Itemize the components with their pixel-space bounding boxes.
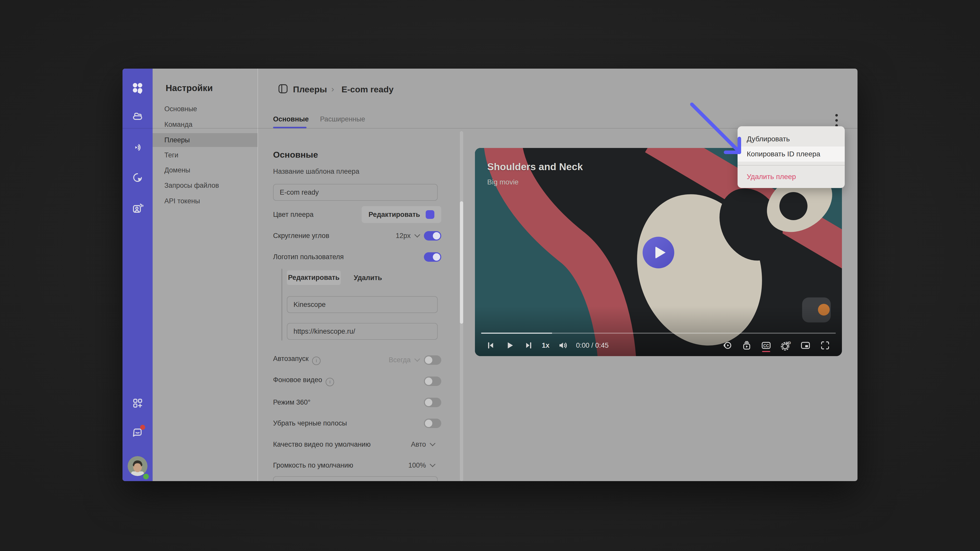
default-quality-row: Качество видео по умолчанию Авто — [273, 436, 441, 453]
annotation-arrow — [687, 99, 745, 158]
previous-icon[interactable] — [485, 340, 496, 351]
corner-radius-value[interactable]: 12px — [396, 232, 410, 240]
mode-360-toggle[interactable] — [424, 398, 441, 407]
autoplay-row: Автозапускi Всегда — [273, 351, 441, 368]
mode-360-label: Режим 360° — [273, 399, 310, 407]
logo-name-value: Kinescope — [293, 301, 326, 309]
video-subtitle: Big movie — [487, 178, 519, 186]
default-volume-label: Громкость по умолчанию — [273, 462, 353, 469]
player-name-label: Название шаблона плеера — [273, 168, 360, 176]
user-logo-toggle[interactable] — [424, 252, 441, 262]
settings-hd-icon[interactable]: HD — [780, 340, 791, 351]
color-swatch[interactable] — [426, 210, 434, 219]
default-volume-row: Громкость по умолчанию 100% — [273, 457, 441, 474]
volume-icon[interactable] — [557, 340, 568, 351]
sidebar-item-label: Команда — [164, 121, 192, 129]
info-icon[interactable]: i — [326, 378, 334, 386]
sidebar-item-label: Основные — [164, 105, 197, 113]
tab-basic[interactable]: Основные — [273, 115, 309, 123]
logo-url-value: https://kinescope.ru/ — [293, 327, 355, 335]
remove-logo-button[interactable]: Удалить — [354, 274, 382, 282]
remove-black-bars-label: Убрать черные полосы — [273, 419, 347, 427]
seek-bar[interactable] — [481, 333, 836, 333]
sidebar-item-label: Плееры — [164, 136, 190, 144]
logo-group-indent-line — [282, 268, 282, 341]
sidebar-item-file-requests[interactable]: Запросы файлов — [153, 179, 258, 192]
chevron-down-icon[interactable] — [430, 462, 436, 467]
fullscreen-icon[interactable] — [819, 340, 831, 351]
player-name-input[interactable]: E-com ready — [273, 184, 438, 201]
panel-toggle-icon[interactable] — [278, 84, 288, 94]
analytics-icon[interactable] — [131, 171, 144, 184]
default-quality-value[interactable]: Авто — [411, 441, 426, 448]
settings-sidebar: Настройки Основные Команда Плееры Теги Д… — [153, 68, 258, 481]
autoplay-value[interactable]: Всегда — [389, 356, 410, 364]
sidebar-item-label: Теги — [164, 151, 178, 159]
chat-icon[interactable] — [131, 426, 144, 438]
info-icon[interactable]: i — [312, 357, 321, 365]
sidebar-item-domains[interactable]: Домены — [153, 163, 258, 177]
sidebar-item-general[interactable]: Основные — [153, 102, 258, 116]
sidebar-item-label: API токены — [164, 197, 200, 205]
corner-radius-toggle[interactable] — [424, 231, 441, 241]
svg-text:CC: CC — [763, 344, 769, 348]
queue-icon[interactable] — [741, 340, 752, 351]
breadcrumb-section[interactable]: Плееры — [293, 84, 327, 94]
menu-item-copy-player-id[interactable]: Копировать ID плеера — [738, 146, 845, 162]
player-name-value: E-com ready — [280, 189, 319, 197]
menu-item-delete-player[interactable]: Удалить плеер — [738, 170, 845, 184]
background-video-toggle[interactable] — [424, 376, 441, 386]
default-volume-value[interactable]: 100% — [408, 462, 426, 469]
background-video-row: Фоновое видеоi — [273, 373, 441, 389]
next-field-input-partial[interactable] — [273, 476, 438, 481]
form-section-title: Основные — [273, 150, 318, 160]
breadcrumb-current: E-com ready — [342, 84, 393, 94]
subtitles-icon[interactable]: CC — [760, 340, 772, 351]
user-logo-label: Логотип пользователя — [273, 253, 344, 261]
nav-rail — [123, 68, 153, 481]
videos-icon[interactable] — [131, 110, 144, 122]
sidebar-item-team[interactable]: Команда — [153, 118, 258, 131]
online-status-dot — [143, 474, 149, 479]
logo-url-input[interactable]: https://kinescope.ru/ — [287, 323, 438, 340]
user-logo-row: Логотип пользователя — [273, 248, 441, 265]
chevron-down-icon[interactable] — [414, 232, 420, 238]
apps-add-icon[interactable] — [131, 397, 144, 409]
player-color-row: Цвет плеера Редактировать — [273, 206, 441, 223]
pip-icon[interactable] — [800, 340, 811, 351]
chevron-down-icon[interactable] — [430, 441, 436, 446]
kinescope-logo-icon[interactable] — [131, 82, 144, 94]
tab-advanced[interactable]: Расширенные — [320, 115, 365, 123]
sidebar-item-label: Запросы файлов — [164, 182, 219, 189]
remove-black-bars-toggle[interactable] — [424, 419, 441, 428]
sidebar-item-tags[interactable]: Теги — [153, 148, 258, 162]
logo-name-input[interactable]: Kinescope — [287, 296, 438, 313]
scrollbar-thumb[interactable] — [460, 201, 463, 324]
time-label: 0:00 / 0:45 — [576, 341, 609, 349]
background-video-label: Фоновое видеоi — [273, 376, 334, 386]
subtitles-active-underline — [762, 351, 770, 352]
speed-label[interactable]: 1x — [542, 341, 549, 349]
sidebar-item-api-tokens[interactable]: API токены — [153, 194, 258, 208]
edit-logo-button[interactable]: Редактировать — [287, 270, 341, 285]
play-icon[interactable] — [504, 340, 515, 351]
mode-360-row: Режим 360° — [273, 394, 441, 411]
corner-radius-label: Скругление углов — [273, 232, 329, 240]
chevron-down-icon[interactable] — [414, 356, 420, 362]
app-window: Настройки Основные Команда Плееры Теги Д… — [123, 68, 858, 481]
edit-color-button[interactable]: Редактировать — [362, 206, 441, 223]
cast-icon[interactable] — [721, 340, 732, 351]
big-play-button[interactable] — [643, 237, 674, 268]
streams-icon[interactable] — [131, 141, 144, 154]
sidebar-item-players[interactable]: Плееры — [153, 133, 258, 147]
form-scrollbar[interactable] — [460, 131, 463, 481]
menu-item-duplicate[interactable]: Дублировать — [738, 132, 845, 146]
user-avatar[interactable] — [127, 456, 148, 476]
corner-radius-row: Скругление углов 12px — [273, 227, 441, 244]
autoplay-toggle[interactable] — [424, 355, 441, 365]
edit-logo-button-label: Редактировать — [288, 274, 340, 282]
default-quality-label: Качество видео по умолчанию — [273, 441, 371, 448]
recordings-icon[interactable] — [131, 202, 144, 214]
next-icon[interactable] — [523, 340, 534, 351]
autoplay-label: Автозапускi — [273, 355, 321, 365]
